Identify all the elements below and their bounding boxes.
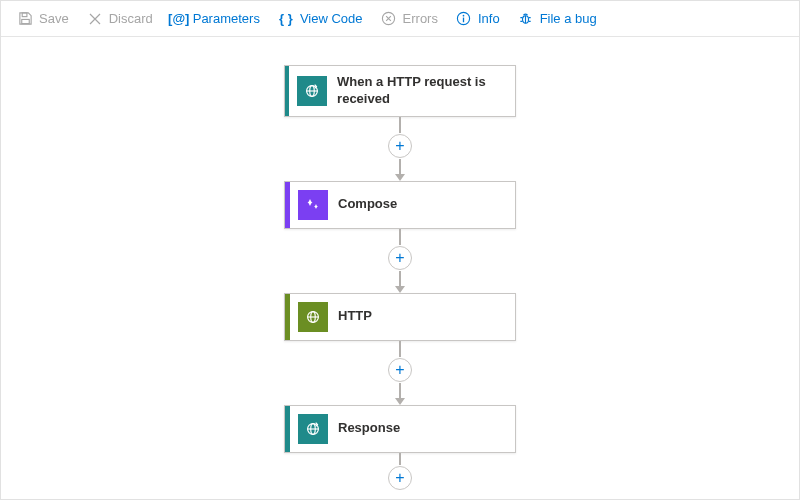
code-braces-icon: { } bbox=[278, 11, 294, 27]
info-icon bbox=[456, 11, 472, 27]
step-accent bbox=[285, 294, 290, 340]
info-button[interactable]: Info bbox=[448, 7, 508, 31]
parameters-icon: [@] bbox=[171, 11, 187, 27]
save-label: Save bbox=[39, 11, 69, 26]
add-step-button[interactable]: + bbox=[388, 358, 412, 382]
errors-icon bbox=[381, 11, 397, 27]
http-request-icon bbox=[297, 76, 327, 106]
response-step[interactable]: Response bbox=[284, 405, 516, 453]
workflow-canvas: When a HTTP request is received + Compos… bbox=[1, 37, 799, 499]
parameters-label: Parameters bbox=[193, 11, 260, 26]
svg-rect-5 bbox=[463, 18, 464, 23]
trigger-step[interactable]: When a HTTP request is received bbox=[284, 65, 516, 117]
http-step[interactable]: HTTP bbox=[284, 293, 516, 341]
add-step-button[interactable]: + bbox=[388, 246, 412, 270]
connector: + bbox=[388, 117, 412, 181]
errors-label: Errors bbox=[403, 11, 438, 26]
response-icon bbox=[298, 414, 328, 444]
compose-step[interactable]: Compose bbox=[284, 181, 516, 229]
view-code-label: View Code bbox=[300, 11, 363, 26]
http-globe-icon bbox=[298, 302, 328, 332]
bug-icon bbox=[518, 11, 534, 27]
save-button[interactable]: Save bbox=[9, 7, 77, 31]
discard-label: Discard bbox=[109, 11, 153, 26]
svg-rect-0 bbox=[22, 13, 27, 17]
view-code-button[interactable]: { } View Code bbox=[270, 7, 371, 31]
connector: + bbox=[388, 341, 412, 405]
compose-label: Compose bbox=[338, 196, 407, 213]
connector-end: + bbox=[388, 453, 412, 491]
response-label: Response bbox=[338, 420, 410, 437]
http-label: HTTP bbox=[338, 308, 382, 325]
svg-rect-1 bbox=[21, 19, 29, 23]
connector: + bbox=[388, 229, 412, 293]
file-bug-label: File a bug bbox=[540, 11, 597, 26]
errors-button[interactable]: Errors bbox=[373, 7, 446, 31]
compose-icon bbox=[298, 190, 328, 220]
discard-button[interactable]: Discard bbox=[79, 7, 161, 31]
trigger-label: When a HTTP request is received bbox=[337, 66, 515, 116]
add-step-button[interactable]: + bbox=[388, 134, 412, 158]
svg-point-4 bbox=[463, 15, 465, 17]
add-step-button[interactable]: + bbox=[388, 466, 412, 490]
parameters-button[interactable]: [@] Parameters bbox=[163, 7, 268, 31]
step-accent bbox=[285, 406, 290, 452]
step-accent bbox=[285, 182, 290, 228]
step-accent bbox=[285, 66, 289, 116]
info-label: Info bbox=[478, 11, 500, 26]
toolbar: Save Discard [@] Parameters { } View Cod… bbox=[1, 1, 799, 37]
discard-icon bbox=[87, 11, 103, 27]
file-bug-button[interactable]: File a bug bbox=[510, 7, 605, 31]
save-icon bbox=[17, 11, 33, 27]
